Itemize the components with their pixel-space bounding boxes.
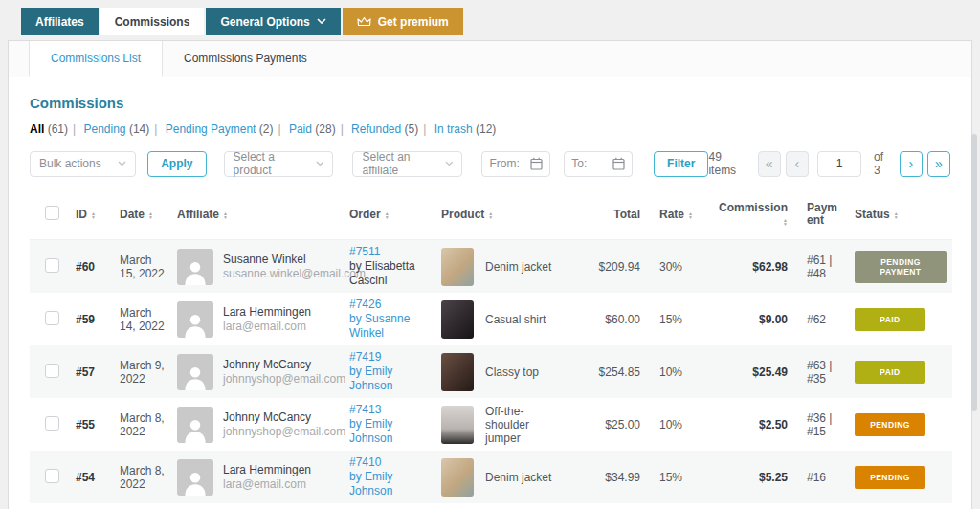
header-affiliate[interactable]: Affiliate <box>171 189 344 240</box>
date-from-input[interactable] <box>489 157 529 170</box>
get-premium-button[interactable]: Get premium <box>343 8 463 35</box>
page-title: Commissions <box>30 95 950 111</box>
affiliate-select[interactable]: Select an affiliate <box>352 151 462 177</box>
tab-commissions-label: Commissions <box>115 15 190 29</box>
header-status[interactable]: Status <box>849 189 952 240</box>
table-row: #45 March 8, 2022 Lara Hemmingen lara@em… <box>30 503 952 509</box>
avatar <box>177 459 213 496</box>
commission-amount: $62.98 <box>713 240 801 294</box>
header-date[interactable]: Date <box>114 189 171 240</box>
last-page-button[interactable]: » <box>927 151 950 177</box>
view-pending-count: (14) <box>129 122 149 136</box>
commission-date: March 15, 2022 <box>114 240 171 294</box>
order-total: $34.99 <box>569 451 654 503</box>
order-total: $209.94 <box>569 240 654 294</box>
row-checkbox[interactable] <box>45 416 59 431</box>
header-id[interactable]: ID <box>70 189 114 240</box>
row-checkbox[interactable] <box>45 469 59 483</box>
sort-icon <box>385 211 390 219</box>
select-all-checkbox[interactable] <box>45 206 59 220</box>
product-thumbnail <box>441 458 474 497</box>
view-paid[interactable]: Paid <box>289 122 312 136</box>
commission-rate: 10% <box>654 398 713 451</box>
tab-commissions[interactable]: Commissions <box>100 8 205 35</box>
order-total: $60.00 <box>569 293 654 345</box>
affiliate-select-value: Select an affiliate <box>362 150 444 177</box>
order-link[interactable]: #7419 <box>349 350 430 365</box>
commission-amount: $5.25 <box>713 451 801 503</box>
row-checkbox[interactable] <box>45 311 59 325</box>
prev-page-button[interactable]: ‹ <box>786 151 809 177</box>
table-header-row: ID Date Affiliate Order Product Total Ra… <box>30 189 952 240</box>
commission-rate: 10% <box>654 345 713 398</box>
affiliate-name: Johnny McCancy <box>223 358 345 372</box>
first-page-button[interactable]: « <box>758 151 781 177</box>
order-link[interactable]: #7511 <box>349 245 430 259</box>
apply-button[interactable]: Apply <box>147 151 206 177</box>
status-badge: PAID <box>855 361 925 384</box>
tab-general-options[interactable]: General Options <box>206 8 340 35</box>
sort-icon <box>91 211 96 219</box>
filter-button[interactable]: Filter <box>654 151 708 177</box>
order-customer: by Elisabetta Cascini <box>349 259 415 287</box>
commission-rate: 15% <box>654 503 713 509</box>
view-all[interactable]: All <box>30 122 44 136</box>
product-name: Classy top <box>485 365 539 379</box>
current-page-input[interactable] <box>817 151 861 177</box>
product-name: Casual shirt <box>485 313 546 326</box>
order-link[interactable]: #7413 <box>349 403 430 417</box>
header-payment: Payment <box>801 189 849 240</box>
next-page-button[interactable]: › <box>900 151 923 177</box>
view-refunded[interactable]: Refunded <box>351 122 401 136</box>
order-total: $25.00 <box>569 398 654 451</box>
sort-icon <box>148 211 153 219</box>
order-link[interactable]: #7410 <box>349 455 430 470</box>
header-product[interactable]: Product <box>435 189 569 240</box>
commission-id: #57 <box>70 345 114 398</box>
subtab-bar: Commissions List Commissions Payments <box>9 41 971 77</box>
commission-rate: 15% <box>654 293 713 345</box>
row-checkbox[interactable] <box>45 364 59 378</box>
product-name: Denim jacket <box>485 260 551 274</box>
commission-id: #59 <box>70 293 114 345</box>
date-from-field[interactable] <box>481 151 550 177</box>
view-all-count: (61) <box>48 122 68 136</box>
header-order[interactable]: Order <box>344 189 435 240</box>
page-scrollbar[interactable] <box>971 134 977 411</box>
view-pending-payment[interactable]: Pending Payment <box>166 122 256 136</box>
subtab-commissions-payments[interactable]: Commissions Payments <box>163 41 328 77</box>
date-to-field[interactable] <box>564 151 633 177</box>
product-thumbnail <box>441 300 474 339</box>
order-customer: by Susanne Winkel <box>349 312 410 340</box>
tab-affiliates[interactable]: Affiliates <box>21 8 99 35</box>
product-select[interactable]: Select a product <box>224 151 334 177</box>
table-row: #59 March 14, 2022 Lara Hemmingen lara@e… <box>30 293 952 345</box>
commission-date: March 8, 2022 <box>114 451 171 503</box>
items-count: 49 items <box>708 150 746 177</box>
product-name: Denim jacket <box>485 471 551 484</box>
date-to-input[interactable] <box>571 157 612 170</box>
commission-id: #54 <box>70 451 114 503</box>
plugin-tab-bar: Affiliates Commissions General Options G… <box>21 8 463 35</box>
subtab-commissions-list[interactable]: Commissions List <box>29 41 163 77</box>
view-separator: | <box>73 122 76 136</box>
view-in-trash[interactable]: In trash <box>434 122 473 136</box>
tab-affiliates-label: Affiliates <box>35 15 84 29</box>
order-total: $2,209.32 <box>569 503 654 509</box>
order-link[interactable]: #7426 <box>349 298 430 312</box>
commission-amount: $331.40 <box>713 503 801 509</box>
order-customer: by Emily Johnson <box>349 365 392 392</box>
header-commission[interactable]: Commission <box>713 189 801 240</box>
chevron-down-icon <box>317 18 326 25</box>
view-separator: | <box>154 122 157 136</box>
chevron-down-icon <box>445 161 454 166</box>
status-badge: PENDING PAYMENT <box>855 251 947 283</box>
bulk-actions-value: Bulk actions <box>39 157 101 170</box>
row-checkbox[interactable] <box>45 258 59 273</box>
calendar-icon <box>530 157 543 170</box>
affiliate-name: Johnny McCancy <box>223 410 345 425</box>
view-pending[interactable]: Pending <box>84 122 126 136</box>
bulk-actions-select[interactable]: Bulk actions <box>30 151 136 177</box>
header-rate[interactable]: Rate <box>654 189 713 240</box>
affiliate-name: Lara Hemmingen <box>223 463 311 477</box>
